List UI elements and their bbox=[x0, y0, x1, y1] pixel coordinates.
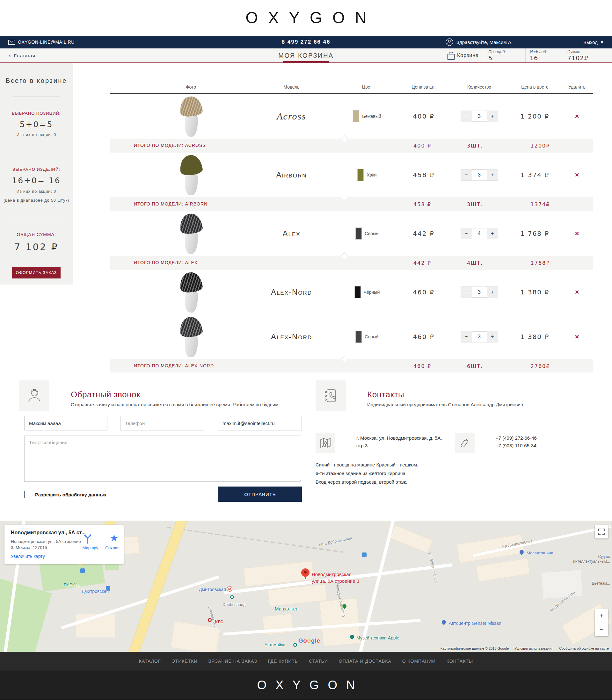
delete-item-button[interactable]: ✕ bbox=[575, 334, 579, 340]
google-letter: o bbox=[303, 637, 307, 644]
stat-label: Изделий: bbox=[530, 49, 547, 54]
footer-link-labels[interactable]: ЭТИКЕТКИ bbox=[172, 659, 198, 664]
items-note: Из них по акции: 0 bbox=[0, 189, 73, 194]
google-logo[interactable]: Google bbox=[298, 637, 320, 644]
transit-stop-icon bbox=[80, 568, 85, 573]
model-name[interactable]: Alex-Nord bbox=[246, 288, 337, 297]
hat-image bbox=[177, 96, 205, 137]
divider bbox=[525, 48, 526, 62]
color-name: Хаки bbox=[366, 172, 376, 177]
product-photo[interactable] bbox=[88, 155, 246, 195]
metro-icon: М bbox=[227, 586, 232, 592]
map-label: Мосавтошина bbox=[527, 551, 553, 555]
marker-tip bbox=[304, 574, 307, 579]
logout-button[interactable]: Выход ✕ bbox=[583, 36, 604, 48]
directions-icon bbox=[82, 532, 101, 545]
model-name[interactable]: Airborn bbox=[246, 170, 337, 180]
map-canvas[interactable]: М ПАРК 11 Дмитровская Дмитровская Манхэт… bbox=[0, 520, 612, 652]
footer-link-payment[interactable]: ОПЛАТА И ДОСТАВКА bbox=[339, 659, 391, 664]
fullscreen-button[interactable] bbox=[595, 525, 608, 539]
phone-input[interactable] bbox=[120, 416, 204, 430]
footer-link-contacts[interactable]: КОНТАКТЫ bbox=[447, 659, 473, 664]
qty-minus-button[interactable]: − bbox=[461, 111, 472, 122]
quantity-value[interactable]: 4 bbox=[472, 228, 487, 239]
brand-logo[interactable]: OXYGON bbox=[235, 9, 376, 27]
product-photo[interactable] bbox=[88, 96, 246, 137]
subtotal-qty: 3ШТ. bbox=[467, 143, 483, 149]
model-name[interactable]: Across bbox=[246, 111, 337, 122]
hat-shape bbox=[179, 316, 203, 338]
delete-item-button[interactable]: ✕ bbox=[575, 172, 579, 178]
map-label: Вьетнам... bbox=[592, 581, 610, 586]
report-error-link[interactable]: Сообщить об ошибке на карте bbox=[559, 646, 609, 650]
quantity-cell: − 4 + bbox=[450, 228, 509, 239]
stat-label: Сумма: bbox=[567, 49, 588, 54]
qty-minus-button[interactable]: − bbox=[461, 228, 472, 239]
product-photo[interactable] bbox=[88, 316, 246, 357]
quantity-value[interactable]: 3 bbox=[472, 331, 487, 342]
message-textarea[interactable] bbox=[24, 435, 301, 482]
map-marker[interactable] bbox=[301, 568, 309, 581]
color-cell: Бежевый bbox=[337, 110, 398, 122]
qty-plus-button[interactable]: + bbox=[487, 287, 498, 298]
user-greeting: Здравствуйте, Максим А. bbox=[446, 36, 513, 48]
hat-shape bbox=[179, 271, 203, 294]
qty-minus-button[interactable]: − bbox=[461, 287, 472, 298]
name-input[interactable] bbox=[24, 416, 108, 430]
terms-link[interactable]: Условия использования bbox=[514, 646, 553, 650]
phone-number: 8 499 272 66 46 bbox=[0, 36, 612, 48]
zoom-in-button[interactable]: + bbox=[595, 609, 608, 623]
qty-plus-button[interactable]: + bbox=[487, 170, 498, 180]
email-input[interactable] bbox=[218, 416, 302, 430]
consent-checkbox[interactable] bbox=[24, 491, 31, 498]
quantity-value[interactable]: 3 bbox=[472, 111, 487, 122]
cart-bag-icon[interactable] bbox=[447, 51, 455, 60]
footer-link-catalog[interactable]: КАТАЛОГ bbox=[139, 659, 161, 664]
line-total: 1 200 ₽ bbox=[509, 113, 561, 120]
divider bbox=[71, 385, 306, 385]
qty-minus-button[interactable]: − bbox=[461, 331, 472, 342]
qty-minus-button[interactable]: − bbox=[461, 170, 472, 180]
model-name[interactable]: Alex bbox=[246, 229, 337, 238]
directions-text: Синий - проезд на машине Красный - пешко… bbox=[316, 460, 418, 486]
color-swatch bbox=[356, 228, 362, 240]
positions-note: Из них по акции: 0 bbox=[0, 132, 73, 137]
qty-plus-button[interactable]: + bbox=[487, 111, 498, 122]
submit-button[interactable]: ОТПРАВИТЬ bbox=[218, 487, 302, 502]
map-card-address: Новодмитровская ул., 5А строение 3, Моск… bbox=[11, 539, 82, 551]
product-photo[interactable] bbox=[88, 272, 246, 313]
delete-item-button[interactable]: ✕ bbox=[575, 289, 579, 295]
footer-link-where-to-buy[interactable]: ГДЕ КУПИТЬ bbox=[268, 659, 298, 664]
model-name[interactable]: Alex-Nord bbox=[246, 332, 337, 341]
quantity-value[interactable]: 3 bbox=[472, 170, 487, 180]
footer-link-about[interactable]: О КОМПАНИИ bbox=[402, 659, 436, 664]
map-building bbox=[457, 534, 525, 563]
consent-label: Разрешить обработку данных bbox=[35, 492, 107, 497]
delete-item-button[interactable]: ✕ bbox=[575, 231, 579, 237]
color-cell: Чёрный bbox=[337, 286, 398, 298]
checkout-button[interactable]: ОФОРМИТЬ ЗАКАЗ bbox=[12, 267, 60, 278]
footer-link-articles[interactable]: СТАТЬИ bbox=[309, 659, 328, 664]
enlarge-map-link[interactable]: Увеличить карту bbox=[11, 554, 45, 559]
delete-item-button[interactable]: ✕ bbox=[575, 113, 579, 119]
phone-handset-icon bbox=[455, 433, 475, 453]
map-attribution: Картографические данные © 2018 Google Ус… bbox=[441, 646, 609, 650]
quantity-value[interactable]: 3 bbox=[472, 287, 487, 298]
stat-positions: Позиций: 5 bbox=[488, 49, 506, 61]
footer-logo[interactable]: OXYGON bbox=[248, 678, 364, 692]
callback-subtitle: Отправьте заявку и наш оператор свяжется… bbox=[71, 402, 280, 407]
google-letter: e bbox=[317, 637, 320, 644]
cart-label[interactable]: Корзина bbox=[457, 53, 479, 58]
qty-plus-button[interactable]: + bbox=[487, 228, 498, 239]
user-icon bbox=[446, 38, 453, 46]
qty-plus-button[interactable]: + bbox=[487, 331, 498, 342]
footer-link-knitting[interactable]: ВЯЗАНИЕ НА ЗАКАЗ bbox=[208, 659, 257, 664]
directions-button[interactable]: Маршру... bbox=[82, 532, 101, 550]
headset-icon bbox=[19, 381, 50, 411]
product-photo[interactable] bbox=[88, 213, 246, 254]
greeting-text: Здравствуйте, Максим А. bbox=[457, 40, 513, 45]
header-delete: Удалить bbox=[561, 84, 593, 89]
map-street-label: пр-д Добролюбова bbox=[319, 535, 352, 547]
save-place-button[interactable]: ★ Сохран... bbox=[105, 532, 124, 550]
zoom-out-button[interactable]: − bbox=[595, 623, 608, 636]
